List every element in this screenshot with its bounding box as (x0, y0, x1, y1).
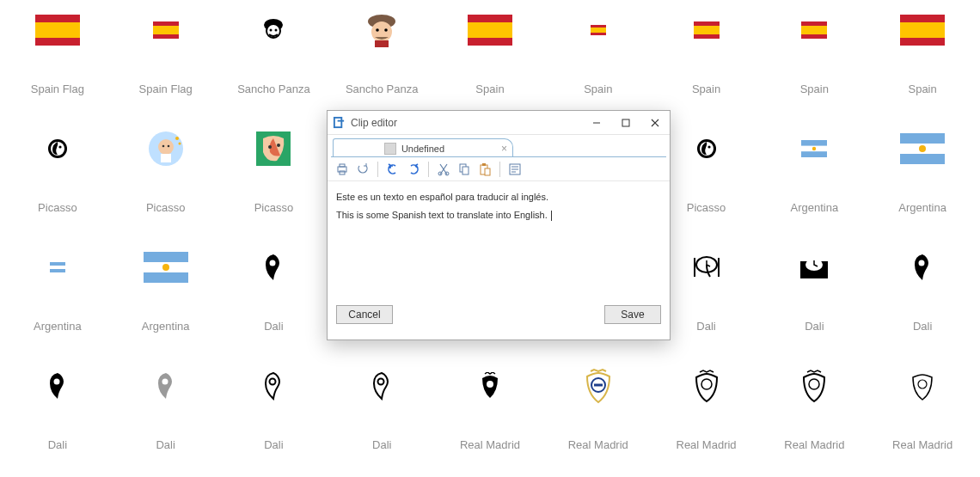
svg-point-7 (275, 29, 278, 32)
grid-item-label: Picasso (687, 201, 726, 214)
svg-point-59 (487, 381, 493, 388)
grid-item-label: Picasso (254, 201, 294, 214)
close-button[interactable] (640, 111, 670, 135)
tab-close-icon[interactable]: × (501, 143, 507, 155)
svg-rect-64 (334, 118, 341, 127)
svg-point-35 (277, 144, 280, 147)
flag-argentina-icon (143, 246, 189, 289)
svg-rect-68 (340, 164, 345, 167)
grid-item[interactable]: Spain Flag (3, 9, 112, 127)
text-editor[interactable]: Este es un texto en español para traduci… (328, 181, 670, 300)
flag-spain-icon (34, 9, 81, 52)
tab-strip: Undefined × (328, 135, 670, 157)
grid-item-label: Argentina (898, 201, 946, 214)
undo-icon[interactable] (385, 162, 401, 177)
grid-item[interactable]: Dali (868, 246, 977, 364)
text-caret (551, 211, 552, 221)
grid-item[interactable]: Spain (868, 9, 977, 127)
grid-item-label: Argentina (142, 320, 190, 333)
paste-icon[interactable] (477, 162, 493, 177)
grid-item-label: Spain (908, 83, 936, 95)
flag-spain-icon (467, 9, 513, 52)
flag-argentina-icon (899, 127, 946, 170)
grid-item[interactable]: Dali (760, 246, 868, 364)
tab-undefined[interactable]: Undefined × (333, 138, 513, 157)
flag-spain-icon (899, 9, 946, 52)
wrap-icon[interactable] (507, 162, 523, 177)
grid-item[interactable]: Spain Flag (112, 9, 220, 127)
grid-item-label: Dali (156, 438, 175, 451)
tab-doc-icon (384, 143, 396, 155)
grid-item[interactable]: Argentina (3, 246, 112, 364)
copy-icon[interactable] (456, 162, 472, 177)
grid-item[interactable]: Dali (328, 364, 436, 477)
svg-point-41 (812, 147, 816, 150)
glyph-rm-icon (791, 364, 837, 407)
maximize-button[interactable] (611, 111, 640, 135)
svg-point-54 (919, 260, 925, 266)
glyph-picasso-icon (34, 127, 81, 170)
grid-item[interactable]: Dali (112, 364, 220, 477)
glyph-dali-outline-icon (250, 364, 297, 407)
cancel-button[interactable]: Cancel (336, 305, 393, 324)
svg-point-44 (919, 145, 926, 152)
svg-rect-28 (161, 154, 171, 162)
svg-point-31 (175, 137, 179, 140)
grid-item-label: Dali (48, 438, 67, 451)
svg-point-50 (270, 260, 276, 266)
grid-item-label: Dali (913, 320, 932, 333)
grid-item-label: Argentina (791, 201, 839, 214)
grid-item[interactable]: Argentina (868, 127, 977, 246)
svg-rect-66 (622, 119, 629, 126)
glyph-dali-grey-icon (143, 364, 189, 407)
grid-item[interactable]: Argentina (112, 246, 220, 364)
grid-item[interactable]: Dali (220, 246, 328, 364)
grid-item[interactable]: Picasso (112, 127, 220, 246)
svg-rect-22 (900, 22, 945, 38)
glyph-dali-icon (34, 364, 81, 407)
svg-point-30 (167, 145, 169, 148)
svg-rect-14 (468, 22, 512, 38)
svg-point-56 (162, 379, 168, 385)
cut-icon[interactable] (436, 162, 451, 177)
svg-point-32 (178, 143, 181, 145)
grid-item-label: Spain (800, 83, 829, 95)
color-rm-icon (575, 364, 622, 407)
color-sancho-icon (358, 9, 405, 52)
grid-item[interactable]: Dali (220, 364, 328, 477)
grid-item-label: Argentina (34, 320, 82, 333)
grid-item[interactable]: Dali (3, 364, 112, 477)
grid-item-label: Spain (692, 83, 720, 95)
svg-rect-1 (35, 22, 80, 38)
svg-point-61 (701, 379, 712, 389)
svg-rect-46 (50, 266, 65, 269)
grid-item[interactable]: Real Madrid (436, 364, 544, 477)
grid-item[interactable]: Argentina (760, 127, 868, 246)
editor-line-1: Este es un texto en español para traduci… (336, 192, 548, 202)
app-icon (333, 116, 346, 129)
grid-item[interactable]: Real Madrid (652, 364, 761, 477)
minimize-button[interactable] (582, 111, 611, 135)
svg-rect-73 (462, 167, 469, 174)
grid-item[interactable]: Real Madrid (760, 364, 868, 477)
glyph-rm-solid-icon (467, 364, 513, 407)
grid-item-label: Picasso (146, 201, 186, 214)
grid-item[interactable]: Sancho Panza (220, 9, 328, 127)
redo-icon[interactable] (406, 162, 421, 177)
refresh-icon[interactable] (355, 162, 371, 177)
grid-item[interactable]: Real Madrid (544, 364, 652, 477)
svg-point-29 (162, 145, 164, 148)
svg-point-27 (158, 139, 174, 155)
svg-rect-76 (485, 168, 490, 175)
editor-line-2: This is some Spanish text to translate i… (336, 210, 550, 220)
flag-spain-s-icon (143, 9, 189, 52)
grid-item[interactable]: Real Madrid (868, 364, 977, 477)
grid-item[interactable]: Picasso (3, 127, 112, 246)
grid-item-label: Real Madrid (677, 438, 737, 451)
print-icon[interactable] (334, 162, 350, 177)
grid-item[interactable]: Picasso (220, 127, 328, 246)
grid-item[interactable]: Spain (760, 9, 868, 127)
grid-item-label: Spain (475, 83, 504, 95)
save-button[interactable]: Save (604, 305, 661, 324)
glyph-rm-icon (683, 364, 730, 407)
